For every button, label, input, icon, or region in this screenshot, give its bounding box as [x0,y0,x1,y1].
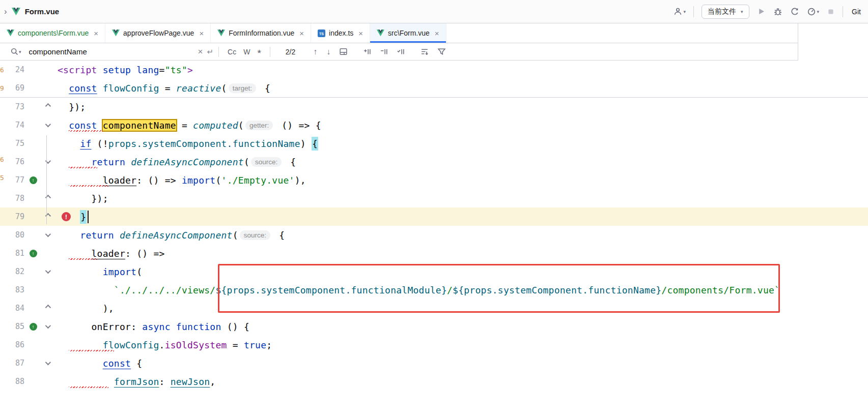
stop-button[interactable] [827,8,835,16]
match-count: 2/2 [286,48,295,56]
line-number[interactable]: 24 [0,65,24,74]
code-token: ( [244,157,249,167]
close-tab-icon[interactable]: × [94,29,98,38]
line-number[interactable]: 74 [0,121,24,130]
regex-toggle[interactable]: * [257,51,261,56]
chevron-down-icon: ▾ [19,49,21,54]
fold-up-icon[interactable] [45,195,50,200]
inlay-hint: source: [251,157,282,167]
error-icon[interactable]: ! [62,212,71,221]
line-number[interactable]: 69 [0,83,24,93]
tab-index.ts[interactable]: TSindex.ts× [311,23,370,43]
run-button[interactable] [757,7,766,16]
code-text[interactable]: <script setup lang="ts"> [52,61,868,79]
chevron-right-icon: › [4,7,7,17]
code-text[interactable]: return defineAsyncComponent(source: { [52,153,868,171]
close-tab-icon[interactable]: × [358,29,363,38]
code-text[interactable]: const componentName = computed(getter: (… [52,116,868,134]
clear-search-icon[interactable]: × [198,47,203,57]
close-tab-icon[interactable]: × [199,29,204,38]
git-menu[interactable]: Git [852,8,861,16]
remove-occurrence-icon[interactable] [380,47,388,56]
code-token [114,230,120,241]
fold-down-icon[interactable] [45,268,50,274]
code-text[interactable]: const flowConfig = reactive(target: { [52,79,868,97]
code-token: const [69,120,97,131]
implementing-member-icon[interactable]: ↑ [30,250,37,257]
code-token: ( [221,83,227,94]
close-tab-icon[interactable]: × [299,29,304,38]
code-text[interactable]: loader: () => [52,244,868,262]
line-number[interactable]: 75 [0,139,24,148]
line-number[interactable]: 86 [0,340,24,349]
code-text[interactable]: flowConfig.isOldSystem = true; [52,336,868,354]
code-text[interactable]: const { [52,354,868,372]
fold-down-icon[interactable] [45,323,50,329]
implementing-member-icon[interactable]: ↑ [30,176,37,184]
fold-down-icon[interactable] [45,122,50,127]
line-number[interactable]: 76 [0,157,24,166]
filter-icon[interactable] [437,47,446,56]
code-with-me-icon[interactable]: ▾ [673,7,686,16]
previous-match-icon[interactable]: ↑ [313,47,317,56]
search-input[interactable] [29,47,197,56]
tab-components-Form.vue[interactable]: components\Form.vue× [0,23,105,43]
code-line-75: 75if (!props.systemComponent.functionNam… [0,134,868,153]
line-number[interactable]: 87 [0,359,24,368]
add-occurrence-icon[interactable] [363,47,372,56]
next-match-icon[interactable]: ↓ [326,47,330,56]
code-text[interactable]: }); [52,189,868,207]
match-case-toggle[interactable]: Cc [228,48,236,56]
tab-src-Form.vue[interactable]: src\Form.vue× [370,23,446,43]
search-icon[interactable]: ▾ [10,47,21,56]
line-number[interactable]: 85 [0,322,24,331]
code-text[interactable]: if (!props.systemComponent.functionName)… [52,134,868,153]
line-number[interactable]: 79 [0,212,24,221]
code-token: './Empty.vue' [221,175,295,186]
whole-words-toggle[interactable]: W [243,48,250,56]
code-token [125,157,131,167]
fold-down-icon[interactable] [45,231,50,237]
code-text[interactable]: loader: () => import('./Empty.vue'), [52,171,868,189]
run-configuration-selector[interactable]: 当前文件 ▾ [702,5,749,19]
code-text[interactable]: formJson: newJson, [52,372,868,391]
code-text[interactable]: return defineAsyncComponent(source: { [52,226,868,244]
code-token: <script [58,65,97,75]
fold-down-icon[interactable] [45,360,50,365]
code-token: import [103,266,137,277]
line-number[interactable]: 83 [0,285,24,294]
code-text[interactable]: `./../../../views/${props.systemComponen… [52,281,868,299]
close-tab-icon[interactable]: × [435,29,439,38]
implementing-member-icon[interactable]: ↑ [30,323,37,331]
debug-button[interactable] [773,7,782,16]
line-number[interactable]: 73 [0,102,24,111]
fold-up-icon[interactable] [45,103,50,109]
select-all-occurrences-icon[interactable] [397,47,405,56]
inlay-hint: target: [229,83,256,93]
vue-file-icon [112,29,120,37]
multiline-toggle-icon[interactable]: ↵ [207,47,213,56]
code-text[interactable]: !} [52,207,868,226]
code-text[interactable]: import( [52,262,868,281]
view-options-icon[interactable] [421,47,429,56]
tab-FormInformation.vue[interactable]: FormInformation.vue× [211,23,311,43]
line-number[interactable]: 78 [0,194,24,203]
line-number[interactable]: 81 [0,249,24,258]
line-number[interactable]: 80 [0,230,24,240]
line-number[interactable]: 84 [0,304,24,313]
profiler-button[interactable]: ▾ [807,7,820,16]
tab-approveFlowPage.vue[interactable]: approveFlowPage.vue× [105,23,211,43]
code-text[interactable]: onError: async function () { [52,317,868,336]
code-text[interactable]: ), [52,299,868,317]
code-token: ${props.systemComponent.functionalModule… [215,285,447,295]
line-number[interactable]: 77 [0,175,24,185]
editor[interactable]: 24<script setup lang="ts">69const flowCo… [0,61,868,391]
code-text[interactable]: }); [52,98,868,116]
coverage-button[interactable] [790,7,799,16]
open-in-find-window-icon[interactable] [339,47,348,56]
fold-up-icon[interactable] [45,305,50,310]
fold-up-icon[interactable] [45,213,50,219]
line-number[interactable]: 82 [0,267,24,276]
line-number[interactable]: 88 [0,377,24,386]
fold-down-icon[interactable] [45,158,50,164]
